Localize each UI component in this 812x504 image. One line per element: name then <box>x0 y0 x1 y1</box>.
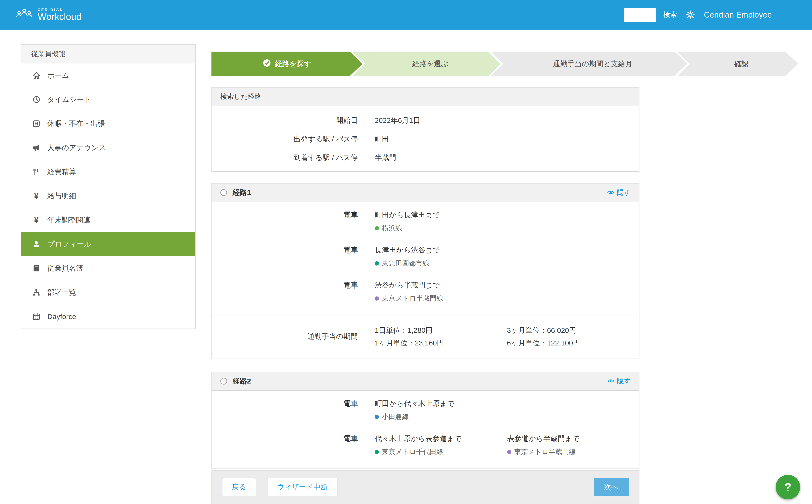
departments-org-icon <box>32 288 41 297</box>
segment-path: 長津田から渋谷まで <box>375 245 507 255</box>
sidebar-item-label: 休暇・不在・出張 <box>47 119 105 129</box>
user-name[interactable]: Ceridian Employee <box>704 10 772 19</box>
workcloud-logo-icon <box>15 8 33 22</box>
fare-section: 通勤手当の期間 1日単位：1,280円 1ヶ月単位：23,160円 3ヶ月単位：… <box>212 315 639 359</box>
detail-row: 到着する駅 / バス停 半蔵門 <box>212 148 639 167</box>
footer-bar: 戻る ウィザード中断 次へ <box>211 470 639 504</box>
segment-mode-label: 電車 <box>212 398 358 422</box>
route-segment: 電車 町田から代々木上原まで 小田急線 <box>212 398 639 422</box>
sidebar-item-payslip[interactable]: ¥ 給与明細 <box>21 184 195 208</box>
route-segment: 電車 長津田から渋谷まで 東急田園都市線 <box>212 245 639 268</box>
detail-row: 開始日 2022年6月1日 <box>212 111 639 130</box>
wizard-step-label: 経路を選ぶ <box>412 59 449 69</box>
wizard-step-allowance-period[interactable]: 通勤手当の期間と支給月 <box>491 52 687 76</box>
sidebar-item-yearend[interactable]: ¥ 年末調整関連 <box>21 208 195 232</box>
brand-workcloud: Workcloud <box>38 12 81 22</box>
line-name: 東急田園都市線 <box>382 259 429 268</box>
wizard-cancel-button[interactable]: ウィザード中断 <box>267 478 337 496</box>
segment-path: 町田から代々木上原まで <box>375 398 507 408</box>
segment-mode-label: 電車 <box>212 280 358 303</box>
segment-mode-label: 電車 <box>212 245 358 268</box>
hide-link-label: 隠す <box>617 188 631 197</box>
sidebar-item-leave[interactable]: 休暇・不在・出張 <box>21 112 195 136</box>
line-color-dot <box>375 296 379 301</box>
fare-label: 通勤手当の期間 <box>212 332 358 341</box>
detail-label: 到着する駅 / バス停 <box>212 153 358 163</box>
expense-utensils-icon <box>32 168 41 176</box>
route-1-hide-link[interactable]: 隠す <box>607 188 631 197</box>
detail-label: 開始日 <box>212 116 358 125</box>
segment-mode-label: 電車 <box>212 210 358 233</box>
route-segment: 電車 町田から長津田まで 横浜線 <box>212 210 639 233</box>
announcement-megaphone-icon <box>32 144 41 152</box>
wizard-step-confirm[interactable]: 確認 <box>677 52 798 76</box>
route-2-title: 経路2 <box>233 376 251 386</box>
sidebar-item-label: 従業員名簿 <box>47 263 83 273</box>
line-color-dot <box>375 226 379 230</box>
line-color-dot <box>507 450 511 454</box>
search-input[interactable] <box>624 8 656 22</box>
route-1-radio[interactable] <box>220 189 227 196</box>
search-label: 検索 <box>663 10 677 19</box>
back-button[interactable]: 戻る <box>222 478 256 496</box>
sidebar-item-label: 経費精算 <box>47 167 76 177</box>
detail-value: 町田 <box>375 134 389 144</box>
sidebar-item-label: Dayforce <box>47 312 76 321</box>
sidebar-item-expenses[interactable]: 経費精算 <box>21 160 195 184</box>
next-button[interactable]: 次へ <box>594 478 629 496</box>
gear-icon[interactable] <box>686 10 695 19</box>
yearend-yen-icon: ¥ <box>32 216 41 224</box>
route-2-radio[interactable] <box>220 378 227 385</box>
route-1-title: 経路1 <box>233 188 251 197</box>
wizard-step-label: 確認 <box>734 59 749 69</box>
sidebar-item-label: プロフィール <box>47 239 91 249</box>
sidebar-title: 従業員機能 <box>21 45 195 63</box>
sidebar-item-roster[interactable]: 従業員名簿 <box>21 256 195 280</box>
fare-item-month: 1ヶ月単位：23,160円 <box>375 337 507 349</box>
segment-path: 表参道から半蔵門まで <box>507 433 639 444</box>
line-name: 小田急線 <box>382 412 409 422</box>
detail-row: 出発する駅 / バス停 町田 <box>212 130 639 148</box>
wizard-step-choose-route[interactable]: 経路を選ぶ <box>352 52 501 76</box>
wizard-steps: 経路を探す 経路を選ぶ 通勤手当の期間と支給月 確認 <box>211 52 798 76</box>
hide-link-label: 隠す <box>617 377 631 386</box>
sidebar: 従業員機能 ホーム タイムシート 休暇・不在・出張 <box>21 44 196 329</box>
sidebar-item-label: 年末調整関連 <box>47 215 91 225</box>
detail-label: 出発する駅 / バス停 <box>212 134 358 144</box>
help-button[interactable]: ? <box>776 475 800 499</box>
segment-path: 町田から長津田まで <box>375 210 507 220</box>
fare-item-six-month: 6ヶ月単位：122,100円 <box>507 337 639 349</box>
fare-item-day: 1日単位：1,280円 <box>375 324 507 337</box>
page: CERIDIAN Workcloud 検索 Ceridian Employee … <box>0 0 812 504</box>
sidebar-item-label: タイムシート <box>47 95 91 104</box>
eye-icon <box>607 377 614 385</box>
segment-mode-label: 電車 <box>212 433 358 457</box>
route-segment: 電車 代々木上原から表参道まで 東京メトロ千代田線 表参道から半蔵門まで <box>212 433 639 457</box>
fare-item-three-month: 3ヶ月単位：66,020円 <box>507 324 639 337</box>
sidebar-item-timesheet[interactable]: タイムシート <box>21 88 195 112</box>
route-segment: 電車 渋谷から半蔵門まで 東京メトロ半蔵門線 <box>212 280 639 303</box>
sidebar-item-profile[interactable]: プロフィール <box>21 232 195 256</box>
sidebar-item-label: 人事のアナウンス <box>47 143 106 153</box>
check-circle-icon <box>263 59 271 69</box>
roster-book-icon <box>32 264 41 273</box>
wizard-step-find-route[interactable]: 経路を探す <box>211 52 362 76</box>
wizard-step-label: 経路を探す <box>275 59 311 69</box>
app-header: CERIDIAN Workcloud 検索 Ceridian Employee <box>0 0 812 30</box>
sidebar-item-label: ホーム <box>47 71 69 80</box>
line-name: 横浜線 <box>382 224 402 233</box>
brand[interactable]: CERIDIAN Workcloud <box>15 8 81 22</box>
route-2-hide-link[interactable]: 隠す <box>607 377 631 386</box>
sidebar-item-dayforce[interactable]: Dayforce <box>21 304 195 329</box>
line-name: 東京メトロ半蔵門線 <box>382 294 443 303</box>
timesheet-clock-icon <box>32 95 41 104</box>
sidebar-item-departments[interactable]: 部署一覧 <box>21 280 195 304</box>
searched-routes-title: 検索した経路 <box>212 88 639 106</box>
sidebar-item-announcements[interactable]: 人事のアナウンス <box>21 136 195 160</box>
home-icon <box>32 71 41 80</box>
detail-value: 2022年6月1日 <box>375 116 420 125</box>
leave-h-icon <box>32 119 41 128</box>
sidebar-item-label: 給与明細 <box>47 191 76 201</box>
payslip-yen-icon: ¥ <box>32 192 41 200</box>
sidebar-item-home[interactable]: ホーム <box>21 63 195 88</box>
